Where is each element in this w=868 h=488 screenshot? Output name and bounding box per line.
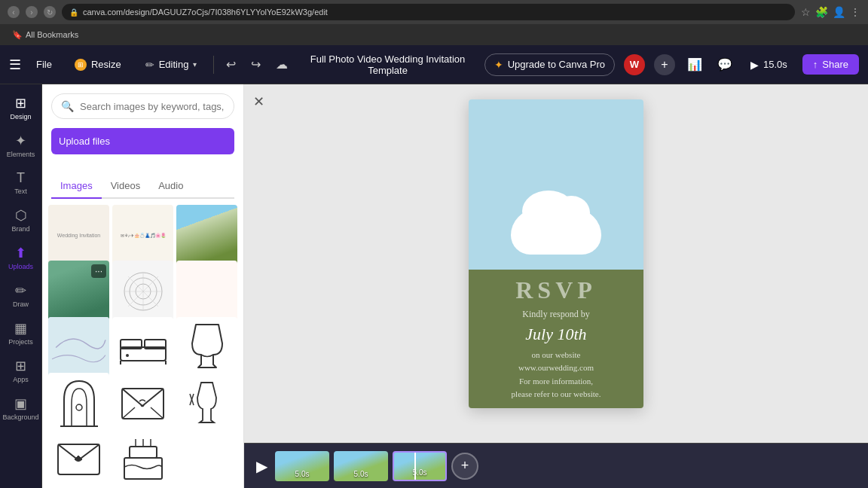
- media-item[interactable]: [176, 373, 237, 434]
- sidebar-item-elements[interactable]: ✦ Elements: [3, 128, 39, 163]
- canvas-area: ✕ RSVP Kindly respond by July 10th on ou…: [244, 84, 868, 488]
- timeline-clip[interactable]: 5.0s: [334, 451, 388, 481]
- media-item[interactable]: [48, 373, 109, 434]
- text-icon: T: [17, 170, 25, 186]
- add-collaborator-button[interactable]: +: [654, 54, 675, 75]
- media-more-button[interactable]: ···: [91, 264, 106, 278]
- landscape-thumb: [176, 205, 237, 266]
- background-icon: ▣: [14, 395, 27, 412]
- mandala-thumb: [112, 261, 173, 322]
- clip-duration: 5.0s: [275, 470, 329, 478]
- upgrade-label: Upgrade to Canva Pro: [508, 59, 605, 70]
- media-item[interactable]: [112, 373, 173, 434]
- tab-videos[interactable]: Videos: [102, 174, 150, 199]
- close-icon: ✕: [253, 94, 264, 109]
- bookmarks-bar: 🔖 All Bookmarks: [0, 24, 868, 45]
- file-menu-button[interactable]: File: [30, 56, 58, 73]
- sidebar-item-apps[interactable]: ⊞ Apps: [3, 353, 39, 388]
- sidebar-item-design[interactable]: ⊞ Design: [3, 90, 39, 125]
- media-item[interactable]: [176, 261, 237, 322]
- address-bar[interactable]: 🔒 canva.com/design/DAGUUZ7oCjs/7I038h6YL…: [62, 4, 795, 20]
- media-item[interactable]: [112, 429, 173, 488]
- cloud-save-button[interactable]: ☁: [273, 54, 291, 75]
- reload-button[interactable]: ↻: [44, 6, 56, 18]
- play-icon: ▶: [256, 458, 267, 474]
- canvas-sky: [469, 99, 643, 270]
- play-button[interactable]: ▶: [256, 457, 267, 475]
- media-item[interactable]: [112, 261, 173, 322]
- tab-audio[interactable]: Audio: [149, 174, 192, 199]
- search-input[interactable]: [80, 101, 225, 112]
- media-item[interactable]: [176, 317, 237, 378]
- sidebar-item-background[interactable]: ▣ Background: [3, 391, 39, 425]
- share-icon: ↑: [813, 59, 818, 70]
- all-bookmarks-item[interactable]: 🔖 All Bookmarks: [8, 29, 83, 41]
- back-button[interactable]: ‹: [8, 6, 20, 18]
- undo-button[interactable]: ↩: [223, 54, 239, 75]
- divider: [213, 56, 214, 74]
- extensions-button[interactable]: 🧩: [815, 6, 828, 18]
- media-item[interactable]: Wedding Invitation: [48, 205, 109, 266]
- star-button[interactable]: ☆: [801, 6, 811, 18]
- media-item[interactable]: [176, 205, 237, 266]
- media-item[interactable]: [112, 317, 173, 378]
- brand-label: Brand: [11, 225, 29, 233]
- canvas-cloud: [511, 209, 601, 255]
- browser-top-bar: ‹ › ↻ 🔒 canva.com/design/DAGUUZ7oCjs/7I0…: [0, 0, 868, 24]
- profile-button[interactable]: 👤: [833, 6, 845, 18]
- redo-button[interactable]: ↪: [248, 54, 264, 75]
- sidebar-item-draw[interactable]: ✏ Draw: [3, 278, 39, 313]
- rsvp-respond: Kindly respond by: [522, 309, 589, 320]
- star-icon: ✦: [494, 59, 503, 71]
- avatar: W: [624, 54, 645, 75]
- media-item[interactable]: ✉⚘♪✈🎂💍👗🎵🌸🌷: [112, 205, 173, 266]
- close-panel-button[interactable]: ✕: [253, 93, 264, 110]
- media-item[interactable]: ···: [48, 261, 109, 322]
- forward-button[interactable]: ›: [26, 6, 38, 18]
- icon-grid: ✉⚘♪✈🎂💍👗🎵🌸🌷: [121, 233, 166, 238]
- share-button[interactable]: ↑ Share: [802, 54, 859, 75]
- search-bar[interactable]: 🔍: [51, 93, 234, 119]
- rsvp-line4: please refer to our website.: [512, 388, 601, 401]
- hamburger-menu-button[interactable]: ☰: [9, 56, 21, 73]
- draw-icon: ✏: [15, 282, 26, 299]
- timeline-clip-active[interactable]: 5.0s: [393, 451, 447, 481]
- upload-files-button[interactable]: Upload files: [51, 128, 234, 154]
- sidebar-item-projects[interactable]: ▦ Projects: [3, 316, 39, 350]
- rsvp-line2: www.ourwedding.com: [512, 361, 601, 375]
- timeline-clip[interactable]: 5.0s: [275, 451, 329, 481]
- editing-button[interactable]: ✏ Editing ▾: [138, 56, 205, 74]
- bed-thumb: [112, 317, 173, 378]
- canvas-card[interactable]: RSVP Kindly respond by July 10th on our …: [469, 99, 643, 408]
- rsvp-date: July 10th: [525, 325, 586, 344]
- timer-button[interactable]: ▶ 15.0s: [744, 56, 793, 74]
- main-area: ⊞ Design ✦ Elements T Text ⬡ Brand ⬆ Upl…: [0, 84, 868, 488]
- add-icon: +: [461, 458, 469, 474]
- comment-button[interactable]: 💬: [714, 54, 735, 75]
- media-grid: Wedding Invitation ✉⚘♪✈🎂💍👗🎵🌸🌷 ···: [42, 199, 243, 488]
- text-label: Text: [14, 188, 27, 195]
- svg-rect-23: [130, 447, 157, 458]
- app: ☰ File ⊞ Resize ✏ Editing ▾ ↩ ↪ ☁ Full P…: [0, 45, 868, 488]
- media-thumb-text: Wedding Invitation: [57, 232, 100, 239]
- upgrade-button[interactable]: ✦ Upgrade to Canva Pro: [484, 53, 615, 76]
- sidebar-item-text[interactable]: T Text: [3, 166, 39, 200]
- clip-duration: 5.0s: [334, 470, 388, 478]
- resize-button[interactable]: ⊞ Resize: [67, 56, 129, 74]
- sidebar-item-brand[interactable]: ⬡ Brand: [3, 203, 39, 237]
- sidebar-item-uploads[interactable]: ⬆ Uploads: [3, 240, 39, 275]
- analytics-button[interactable]: 📊: [684, 54, 705, 75]
- more-options-button[interactable]: ⋮: [850, 6, 860, 18]
- rsvp-line1: on our website: [512, 349, 601, 362]
- search-icon: 🔍: [61, 100, 74, 112]
- media-tabs: Images Videos Audio: [51, 174, 234, 199]
- brand-icon: ⬡: [15, 207, 27, 224]
- draw-label: Draw: [13, 300, 29, 308]
- add-clip-button[interactable]: +: [451, 453, 478, 480]
- upload-more-button[interactable]: ···: [42, 160, 243, 174]
- svg-point-15: [76, 404, 82, 410]
- tab-images[interactable]: Images: [51, 174, 102, 199]
- media-item[interactable]: [48, 317, 109, 378]
- media-item[interactable]: [48, 429, 109, 488]
- browser-actions: ☆ 🧩 👤 ⋮: [801, 6, 860, 18]
